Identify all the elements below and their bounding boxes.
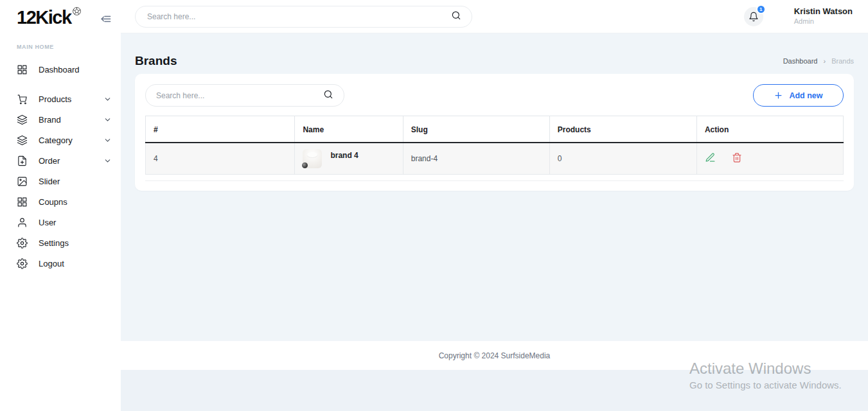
page-title: Brands	[135, 54, 177, 68]
notification-badge: 1	[756, 4, 766, 14]
logo-text: 12Kick	[17, 5, 71, 30]
sidebar-item-label: Brand	[39, 115, 61, 125]
layers-icon	[17, 135, 28, 146]
delete-icon[interactable]	[732, 152, 742, 165]
layers-icon	[17, 114, 28, 125]
search-icon[interactable]	[323, 89, 333, 102]
logo-row: 12Kick	[17, 5, 112, 30]
chevron-down-icon	[103, 157, 112, 165]
user-icon	[17, 217, 28, 228]
table-body: 4brand 4brand-40	[146, 143, 844, 175]
grid-icon	[17, 197, 28, 207]
sidebar-item-settings[interactable]: Settings	[17, 232, 112, 253]
header-search-box	[135, 6, 472, 28]
cell-products: 0	[549, 143, 696, 175]
cell-name: brand 4	[295, 143, 403, 175]
header-right: 1 Kristin Watson Admin	[744, 6, 853, 26]
cell-action	[696, 143, 843, 175]
sidebar-item-dashboard[interactable]: Dashboard	[17, 59, 112, 80]
brand-name-text: brand 4	[330, 151, 358, 160]
breadcrumb-current: Brands	[831, 57, 854, 65]
chevron-down-icon	[103, 136, 112, 144]
sidebar-item-label: Category	[39, 136, 73, 145]
page-head: Brands Dashboard › Brands	[135, 33, 854, 74]
plus-icon	[774, 91, 783, 100]
search-icon[interactable]	[451, 10, 461, 23]
soccer-ball-icon	[71, 5, 82, 19]
table-bottom-divider	[145, 180, 844, 181]
column-header-name: Name	[295, 116, 403, 143]
card-toolbar: Add new	[145, 84, 844, 107]
brand-image	[303, 149, 322, 168]
gear-icon	[17, 258, 28, 269]
brands-table: #NameSlugProductsAction 4brand 4brand-40	[145, 116, 844, 175]
header-search-input[interactable]	[147, 12, 451, 21]
user-role: Admin	[794, 17, 853, 26]
sidebar-item-slider[interactable]: Slider	[17, 171, 112, 191]
sidebar-item-label: Coupns	[39, 197, 67, 207]
breadcrumb-dashboard[interactable]: Dashboard	[783, 57, 818, 65]
sidebar-item-label: Logout	[39, 259, 64, 268]
sidebar-item-logout[interactable]: Logout	[17, 253, 112, 274]
sidebar-item-user[interactable]: User	[17, 212, 112, 232]
file-plus-icon	[17, 155, 28, 166]
sidebar-item-brand[interactable]: Brand	[17, 109, 112, 130]
column-header-products: Products	[549, 116, 696, 143]
table-search-box	[145, 84, 344, 107]
footer: Copyright © 2024 SurfsideMedia	[121, 341, 868, 370]
chevron-down-icon	[103, 95, 112, 103]
sidebar-nav: DashboardProductsBrandCategoryOrderSlide…	[17, 59, 112, 274]
sidebar-item-label: User	[39, 218, 56, 227]
column-header-slug: Slug	[403, 116, 549, 143]
gear-icon	[17, 238, 28, 249]
user-menu[interactable]: Kristin Watson Admin	[794, 6, 853, 26]
sidebar-item-label: Dashboard	[39, 65, 80, 74]
sidebar-item-order[interactable]: Order	[17, 150, 112, 171]
sidebar-item-products[interactable]: Products	[17, 89, 112, 109]
breadcrumb: Dashboard › Brands	[783, 57, 854, 65]
sidebar-item-label: Order	[39, 156, 60, 166]
top-header: 1 Kristin Watson Admin	[121, 0, 868, 33]
table-header-row: #NameSlugProductsAction	[146, 116, 844, 143]
sidebar-item-label: Products	[39, 94, 71, 104]
column-header-action: Action	[696, 116, 843, 143]
user-name: Kristin Watson	[794, 6, 853, 17]
cell-slug: brand-4	[403, 143, 549, 175]
chevron-down-icon	[103, 116, 112, 124]
main-column: 1 Kristin Watson Admin Brands Dashboard …	[121, 0, 868, 411]
copyright-text: Copyright © 2024 SurfsideMedia	[439, 351, 551, 360]
notifications-button[interactable]: 1	[744, 7, 763, 26]
table-search-input[interactable]	[156, 91, 323, 100]
grid-icon	[17, 64, 28, 75]
edit-icon[interactable]	[705, 152, 716, 165]
add-new-label: Add new	[789, 91, 822, 100]
sidebar: 12Kick MAIN HOME DashboardProductsBrandC…	[0, 0, 121, 411]
cell-id: 4	[146, 143, 295, 175]
sidebar-item-coupns[interactable]: Coupns	[17, 191, 112, 212]
below-footer-area	[121, 370, 868, 411]
breadcrumb-separator-icon: ›	[823, 57, 826, 65]
sidebar-item-category[interactable]: Category	[17, 130, 112, 150]
app-logo[interactable]: 12Kick	[17, 5, 82, 30]
app-root: 12Kick MAIN HOME DashboardProductsBrandC…	[0, 0, 868, 411]
sidebar-item-label: Slider	[39, 177, 60, 186]
brands-card: Add new #NameSlugProductsAction 4brand 4…	[135, 74, 854, 191]
cart-icon	[17, 94, 28, 105]
sidebar-collapse-icon[interactable]	[100, 13, 112, 28]
column-header-id: #	[146, 116, 295, 143]
sidebar-section-label: MAIN HOME	[17, 44, 112, 50]
image-icon	[17, 176, 28, 187]
add-new-button[interactable]: Add new	[753, 84, 844, 107]
page-content: Brands Dashboard › Brands	[121, 33, 868, 341]
sidebar-item-label: Settings	[39, 238, 69, 248]
table-row: 4brand 4brand-40	[146, 143, 844, 175]
